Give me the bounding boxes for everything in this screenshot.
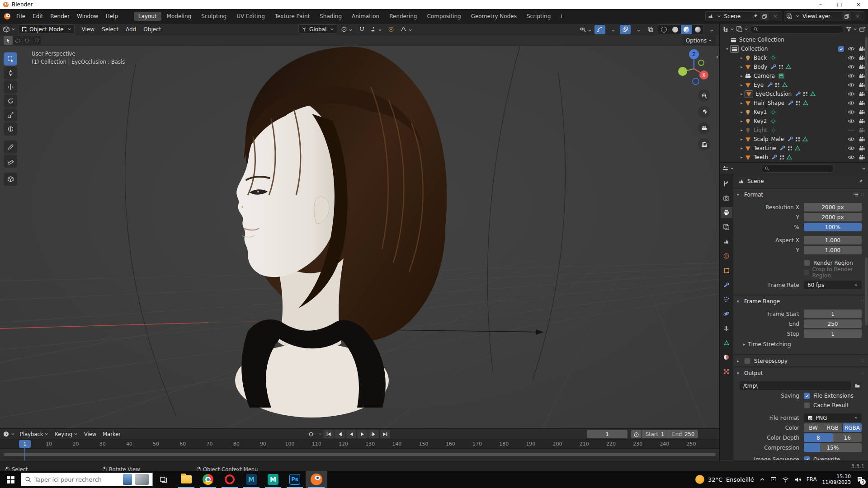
properties-tab-render[interactable]: [721, 192, 732, 204]
timeline-menu-playback[interactable]: Playback: [17, 431, 52, 437]
unlink-scene-button[interactable]: ×: [771, 12, 780, 20]
format-panel-header[interactable]: ▾Format ∷: [733, 189, 868, 200]
eye-open-icon[interactable]: [848, 145, 855, 151]
expand-arrow-icon[interactable]: ▸: [739, 83, 745, 87]
workspace-tab-uv-editing[interactable]: UV Editing: [232, 12, 269, 21]
viewlayer-selector[interactable]: ViewLayer ×: [784, 11, 864, 21]
timeline-scrollbar[interactable]: [4, 453, 716, 456]
outliner-item-eye[interactable]: ▸Eye: [720, 80, 868, 89]
outliner-search-input[interactable]: [760, 27, 841, 32]
properties-tab-material[interactable]: [721, 352, 732, 363]
new-scene-button[interactable]: [760, 12, 769, 20]
keying-dropdown[interactable]: [318, 432, 322, 436]
editor-type-properties-icon[interactable]: [722, 165, 734, 172]
render-visibility-icon[interactable]: [859, 91, 865, 97]
viewport-canvas[interactable]: User Perspective (1) Collection | EyeOcc…: [0, 46, 719, 428]
expand-arrow-icon[interactable]: ▸: [739, 65, 745, 69]
eye-open-icon[interactable]: [848, 100, 855, 106]
timeline-ruler[interactable]: 1020304050607080901001101201301401501601…: [0, 440, 719, 449]
render-visibility-icon[interactable]: [859, 118, 865, 124]
workspace-tab-texture-paint[interactable]: Texture Paint: [270, 12, 314, 21]
tool-scale-button[interactable]: [4, 108, 17, 122]
viewport-menu-select[interactable]: Select: [98, 26, 122, 33]
outliner-item-eyeocclusion[interactable]: ▸EyeOcclusion: [720, 89, 868, 99]
properties-tab-scene[interactable]: [721, 236, 732, 247]
taskbar-app-maya[interactable]: M: [241, 471, 262, 488]
eye-open-icon[interactable]: [848, 155, 855, 160]
outliner-item-back[interactable]: ▸Back: [720, 53, 868, 62]
vgroup-icon[interactable]: [802, 91, 808, 97]
color-option-bw[interactable]: BW: [804, 423, 823, 432]
snap-magnet-toggle[interactable]: [356, 24, 367, 34]
tray-expand-icon[interactable]: [760, 477, 765, 482]
file-format-dropdown[interactable]: PNG: [804, 413, 862, 422]
render-region-checkbox[interactable]: [804, 260, 810, 266]
expand-arrow-icon[interactable]: ▸: [739, 101, 745, 105]
tool-rotate-button[interactable]: [4, 94, 17, 108]
vgroup-icon[interactable]: [779, 154, 785, 160]
use-preview-range-button[interactable]: [631, 430, 642, 438]
outliner-item-teeth[interactable]: ▸Teeth: [720, 153, 868, 162]
stereoscopy-panel-header[interactable]: ▸Stereoscopy∷: [733, 355, 868, 366]
wrench-icon[interactable]: [787, 136, 793, 142]
eye-open-icon[interactable]: [848, 82, 855, 88]
tool-select-box-button[interactable]: [4, 52, 17, 66]
render-visibility-icon[interactable]: [859, 155, 865, 160]
weather-widget[interactable]: 32°C Ensoleillé: [695, 475, 754, 484]
outliner-item-collection[interactable]: ▾Collection: [720, 44, 868, 53]
outliner-item-key2[interactable]: ▸Key2: [720, 117, 868, 126]
add-workspace-button[interactable]: +: [556, 12, 567, 21]
outliner-item-key1[interactable]: ▸Key1: [720, 108, 868, 117]
xray-toggle[interactable]: [645, 25, 656, 34]
menu-file[interactable]: File: [13, 11, 29, 21]
frame-start-field[interactable]: 1: [804, 310, 862, 318]
expand-arrow-icon[interactable]: ▸: [739, 155, 745, 160]
viewport-menu-view[interactable]: View: [78, 26, 98, 33]
outliner-item-body[interactable]: ▸Body: [720, 62, 868, 71]
mode-dropdown[interactable]: Object Mode: [18, 24, 75, 34]
properties-tab-physics[interactable]: [721, 308, 732, 319]
menu-window[interactable]: Window: [73, 11, 102, 21]
meshdata-icon[interactable]: [782, 82, 788, 88]
render-visibility-icon[interactable]: [859, 55, 865, 61]
properties-tab-particles[interactable]: [721, 294, 732, 305]
playhead[interactable]: 1: [19, 440, 31, 448]
meshdata-icon[interactable]: [802, 136, 808, 142]
select-circle-button[interactable]: [23, 36, 32, 45]
tool-measure-button[interactable]: [4, 155, 17, 168]
render-visibility-icon[interactable]: [859, 127, 865, 133]
shading-rendered-button[interactable]: [692, 25, 703, 34]
eye-open-icon[interactable]: [848, 46, 855, 52]
frame-step-field[interactable]: 1: [804, 329, 862, 338]
keyboard-language[interactable]: FRA: [807, 476, 817, 483]
toggle-perspective-button[interactable]: [698, 138, 710, 150]
properties-tab-texture[interactable]: [721, 366, 732, 377]
color-option-rgba[interactable]: RGBA: [843, 423, 862, 432]
maximize-button[interactable]: ▢: [830, 0, 849, 9]
properties-tab-constraints[interactable]: [721, 323, 732, 334]
workspace-tab-compositing[interactable]: Compositing: [422, 12, 465, 21]
timeline-track-area[interactable]: [0, 449, 719, 457]
outliner-search[interactable]: [750, 25, 844, 33]
vgroup-icon[interactable]: [787, 145, 793, 151]
auto-keying-button[interactable]: [306, 430, 316, 438]
timeline-menu-view[interactable]: View: [81, 431, 99, 437]
color-option-rgb[interactable]: RGB: [823, 423, 842, 432]
render-visibility-icon[interactable]: [859, 73, 865, 79]
meshdata-icon[interactable]: [802, 100, 809, 106]
eye-open-icon[interactable]: [848, 55, 855, 61]
collection-checkbox[interactable]: [838, 46, 844, 52]
frame-range-panel-header[interactable]: ▾Frame Range∷: [733, 296, 868, 307]
eye-closed-icon[interactable]: [848, 127, 855, 133]
search-highlight-thumbnail[interactable]: [123, 474, 132, 485]
blender-menu-icon[interactable]: [4, 13, 11, 20]
wrench-icon[interactable]: [779, 145, 786, 151]
play-reverse-button[interactable]: [346, 430, 356, 438]
resolution-y-field[interactable]: 2000 px: [804, 213, 862, 221]
menu-edit[interactable]: Edit: [29, 11, 47, 21]
proportional-falloff-dropdown[interactable]: [399, 24, 413, 34]
taskbar-app-photoshop[interactable]: Ps: [284, 471, 306, 488]
resolution-x-field[interactable]: 2000 px: [804, 203, 862, 211]
scene-selector[interactable]: Scene ×: [705, 11, 782, 21]
stereoscopy-checkbox[interactable]: [744, 358, 750, 364]
